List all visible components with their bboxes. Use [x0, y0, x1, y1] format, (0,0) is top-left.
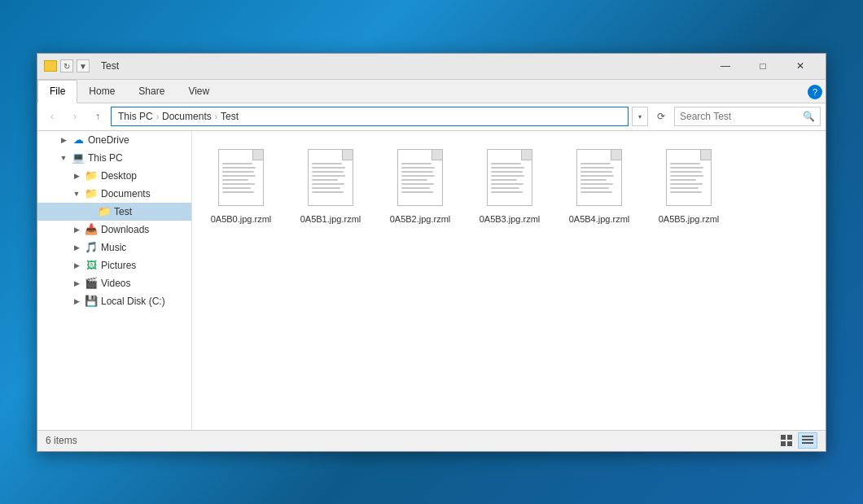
test-icon: 📁	[98, 205, 111, 218]
onedrive-icon: ☁	[72, 134, 85, 147]
search-input[interactable]	[680, 111, 799, 122]
expand-arrow-downloads: ▶	[70, 223, 83, 236]
window-title: Test	[101, 60, 707, 72]
sidebar-item-desktop[interactable]: ▶ 📁 Desktop	[37, 167, 191, 185]
svg-rect-1	[787, 435, 792, 440]
title-bar-menu-icon[interactable]: ▼	[77, 59, 90, 72]
doc-icon	[397, 149, 443, 206]
svg-rect-4	[802, 436, 813, 437]
file-item[interactable]: 0A5B2.jpg.rzml	[379, 139, 461, 230]
file-icon-wrapper	[301, 145, 360, 210]
sidebar-item-pictures[interactable]: ▶ 🖼 Pictures	[37, 256, 191, 274]
svg-rect-3	[787, 441, 792, 446]
search-icon[interactable]: 🔍	[803, 111, 815, 122]
path-test[interactable]: Test	[221, 111, 239, 122]
sidebar-item-music[interactable]: ▶ 🎵 Music	[37, 239, 191, 256]
sidebar-item-onedrive[interactable]: ▶ ☁ OneDrive	[37, 131, 191, 149]
svg-rect-6	[802, 442, 813, 444]
file-item[interactable]: 0A5B0.jpg.rzml	[200, 139, 282, 230]
view-grid-button[interactable]	[777, 432, 796, 449]
minimize-button[interactable]: —	[707, 53, 744, 79]
doc-icon	[576, 149, 622, 206]
doc-icon	[666, 149, 712, 206]
back-button[interactable]: ‹	[42, 107, 62, 126]
address-path[interactable]: This PC › Documents › Test	[111, 107, 629, 126]
onedrive-label: OneDrive	[88, 134, 129, 146]
pictures-label: Pictures	[101, 260, 136, 271]
title-bar-icons: ↻ ▼	[44, 59, 90, 72]
file-grid: 0A5B0.jpg.rzml0A5B1.jpg.rzml0A5B2.jpg.rz…	[200, 139, 817, 230]
refresh-button[interactable]: ⟳	[651, 107, 671, 126]
svg-rect-2	[781, 441, 786, 446]
test-label: Test	[114, 206, 132, 217]
thispc-label: This PC	[88, 152, 123, 164]
ribbon-tabs: File Home Share View ?	[37, 80, 826, 103]
localdisk-label: Local Disk (C:)	[101, 296, 165, 307]
file-name: 0A5B3.jpg.rzml	[480, 213, 541, 225]
file-item[interactable]: 0A5B1.jpg.rzml	[290, 139, 371, 230]
tab-share[interactable]: Share	[127, 80, 177, 103]
search-box[interactable]: 🔍	[674, 107, 821, 126]
expand-arrow-onedrive: ▶	[57, 134, 70, 147]
file-view: 0A5B0.jpg.rzml0A5B1.jpg.rzml0A5B2.jpg.rz…	[192, 131, 826, 430]
expand-arrow-thispc: ▼	[57, 151, 70, 164]
sidebar-item-localdisk[interactable]: ▶ 💾 Local Disk (C:)	[37, 292, 191, 310]
downloads-label: Downloads	[101, 224, 149, 235]
svg-rect-5	[802, 439, 813, 440]
expand-arrow-test	[83, 205, 96, 218]
sidebar-item-test[interactable]: 📁 Test	[37, 203, 191, 221]
file-icon-wrapper	[659, 145, 718, 210]
sidebar-item-videos[interactable]: ▶ 🎬 Videos	[37, 274, 191, 292]
up-button[interactable]: ↑	[88, 107, 107, 126]
ribbon: File Home Share View ?	[37, 80, 826, 103]
file-item[interactable]: 0A5B3.jpg.rzml	[469, 139, 550, 230]
file-icon-wrapper	[480, 145, 539, 210]
desktop-icon: 📁	[85, 169, 98, 182]
forward-button[interactable]: ›	[65, 107, 85, 126]
expand-arrow-music: ▶	[70, 241, 83, 254]
sidebar-item-downloads[interactable]: ▶ 📥 Downloads	[37, 221, 191, 239]
expand-arrow-localdisk: ▶	[70, 295, 83, 308]
file-icon-wrapper	[570, 145, 629, 210]
doc-icon	[487, 149, 532, 206]
computer-icon: 💻	[72, 151, 85, 164]
pictures-icon: 🖼	[85, 259, 98, 272]
window-controls: — □ ✕	[707, 53, 819, 79]
tab-view[interactable]: View	[177, 80, 221, 103]
help-button[interactable]: ?	[808, 85, 822, 99]
expand-arrow-videos: ▶	[70, 277, 83, 290]
documents-label: Documents	[101, 188, 151, 199]
file-name: 0A5B5.jpg.rzml	[659, 213, 720, 225]
path-this-pc[interactable]: This PC	[118, 111, 153, 122]
documents-icon: 📁	[85, 187, 98, 200]
quick-access-icon[interactable]: ↻	[60, 59, 73, 72]
address-bar: ‹ › ↑ This PC › Documents › Test ▾ ⟳ 🔍	[37, 103, 826, 131]
file-icon-wrapper	[391, 145, 449, 210]
folder-icon-small	[44, 60, 57, 72]
file-item[interactable]: 0A5B4.jpg.rzml	[559, 139, 640, 230]
sidebar-item-documents[interactable]: ▼ 📁 Documents	[37, 185, 191, 203]
sidebar: ▶ ☁ OneDrive ▼ 💻 This PC ▶ 📁 Desktop ▼ 📁…	[37, 131, 192, 430]
tab-home[interactable]: Home	[77, 80, 127, 103]
expand-arrow-desktop: ▶	[70, 169, 83, 182]
path-documents[interactable]: Documents	[162, 111, 212, 122]
doc-icon	[218, 149, 264, 206]
main-area: ▶ ☁ OneDrive ▼ 💻 This PC ▶ 📁 Desktop ▼ 📁…	[37, 131, 826, 430]
expand-arrow-pictures: ▶	[70, 259, 83, 272]
svg-rect-0	[781, 435, 786, 440]
sidebar-item-thispc[interactable]: ▼ 💻 This PC	[37, 149, 191, 167]
close-button[interactable]: ✕	[782, 53, 819, 79]
maximize-button[interactable]: □	[744, 53, 782, 79]
file-name: 0A5B1.jpg.rzml	[300, 213, 361, 225]
file-icon-wrapper	[212, 145, 270, 210]
file-name: 0A5B0.jpg.rzml	[211, 213, 272, 225]
file-item[interactable]: 0A5B5.jpg.rzml	[648, 139, 729, 230]
status-bar: 6 items	[37, 430, 826, 451]
address-dropdown[interactable]: ▾	[632, 107, 648, 126]
localdisk-icon: 💾	[85, 295, 98, 308]
downloads-icon: 📥	[85, 223, 98, 236]
path-sep-1: ›	[156, 112, 159, 121]
file-name: 0A5B2.jpg.rzml	[390, 213, 451, 225]
tab-file[interactable]: File	[37, 80, 77, 103]
view-details-button[interactable]	[798, 432, 817, 449]
